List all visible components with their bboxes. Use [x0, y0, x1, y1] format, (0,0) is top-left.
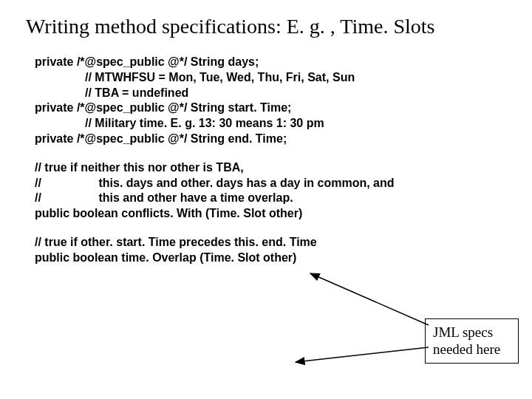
method1-signature: public boolean conflicts. With (Time. Sl… — [35, 206, 506, 222]
arrow-to-method2 — [296, 347, 429, 362]
method-timeoverlap: // true if other. start. Time precedes t… — [35, 235, 506, 266]
method2-comment-1: // true if other. start. Time precedes t… — [35, 235, 506, 250]
method2-signature: public boolean time. Overlap (Time. Slot… — [35, 250, 506, 266]
decl-days: private /*@spec_public @*/ String days; — [35, 55, 506, 70]
method1-comment-2: // this. days and other. days has a day … — [35, 176, 506, 191]
callout-line-2: needed here — [433, 341, 511, 358]
decl-endtime: private /*@spec_public @*/ String end. T… — [35, 132, 506, 147]
field-declarations: private /*@spec_public @*/ String days; … — [35, 55, 506, 147]
decl-starttime: private /*@spec_public @*/ String start.… — [35, 100, 506, 116]
decl-starttime-comment: // Military time. E. g. 13: 30 means 1: … — [85, 116, 506, 132]
callout-line-1: JML specs — [433, 324, 511, 341]
method1-comment-1: // true if neither this nor other is TBA… — [35, 160, 506, 176]
slide: Writing method specifications: E. g. , T… — [0, 0, 532, 399]
callout-box: JML specs needed here — [425, 318, 519, 364]
arrow-to-method1 — [310, 273, 429, 325]
method-conflictswith: // true if neither this nor other is TBA… — [35, 160, 506, 222]
slide-title: Writing method specifications: E. g. , T… — [26, 15, 506, 38]
decl-days-comment-1: // MTWHFSU = Mon, Tue, Wed, Thu, Fri, Sa… — [85, 70, 506, 86]
decl-days-comment-2: // TBA = undefined — [85, 86, 506, 101]
method1-comment-3: // this and other have a time overlap. — [35, 191, 506, 206]
